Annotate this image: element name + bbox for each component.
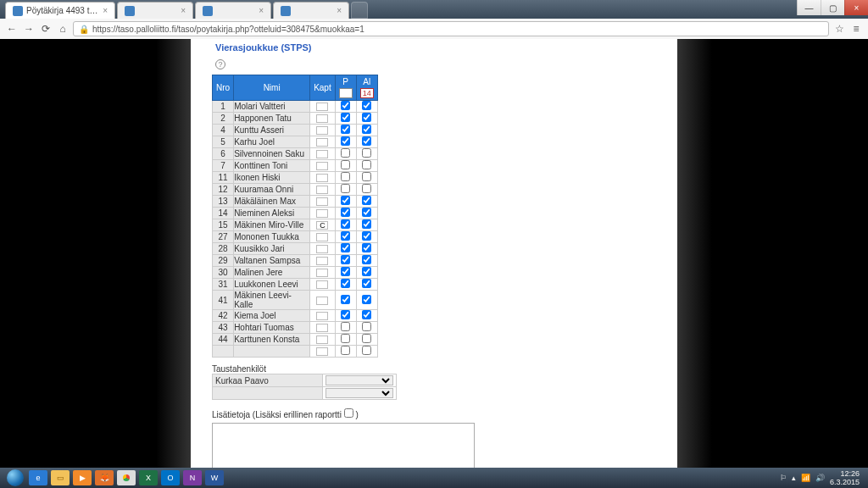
kapt-input[interactable] (316, 324, 328, 332)
taskbar-onenote-icon[interactable]: N (183, 470, 202, 485)
player-num[interactable]: 42 (213, 310, 234, 322)
al-checkbox[interactable] (362, 113, 371, 122)
player-num[interactable]: 31 (213, 279, 234, 291)
tab-inactive[interactable]: × (195, 2, 271, 19)
p-checkbox[interactable] (341, 334, 350, 343)
staff-role-select[interactable] (326, 388, 393, 398)
player-name[interactable]: Mäkinen Leevi-Kalle (234, 291, 310, 310)
kapt-input[interactable] (316, 257, 328, 265)
tray-arrow-icon[interactable]: ▴ (792, 474, 796, 482)
p-checkbox[interactable] (341, 196, 350, 205)
reload-icon[interactable]: ⟳ (39, 22, 53, 36)
al-checkbox[interactable] (362, 208, 371, 217)
p-checkbox[interactable] (341, 243, 350, 252)
al-checkbox[interactable] (362, 255, 371, 264)
kapt-input[interactable] (316, 269, 328, 277)
back-icon[interactable]: ← (5, 22, 19, 36)
kapt-input[interactable] (316, 209, 328, 218)
player-name[interactable]: Hohtari Tuomas (234, 322, 310, 334)
al-checkbox[interactable] (362, 219, 371, 229)
al-checkbox[interactable] (362, 267, 371, 276)
p-checkbox[interactable] (341, 160, 350, 169)
player-name[interactable]: Kiema Joel (234, 310, 310, 322)
kapt-input[interactable] (316, 197, 328, 206)
clock[interactable]: 12:26 6.3.2015 (830, 469, 860, 486)
al-checkbox[interactable] (362, 279, 371, 288)
p-checkbox[interactable] (341, 310, 350, 319)
p-checkbox[interactable] (341, 136, 350, 146)
close-tab-icon[interactable]: × (259, 6, 264, 15)
kapt-input[interactable] (316, 126, 328, 135)
player-name[interactable]: Valtanen Sampsa (234, 255, 310, 267)
p-checkbox[interactable] (341, 184, 350, 193)
kapt-input[interactable] (316, 174, 328, 182)
taskbar-chrome-icon[interactable] (117, 470, 136, 485)
bookmark-icon[interactable]: ☆ (832, 22, 846, 36)
player-num[interactable]: 44 (213, 334, 234, 346)
extra-report-checkbox[interactable] (344, 408, 353, 418)
al-checkbox[interactable] (362, 231, 371, 241)
al-checkbox[interactable] (362, 346, 371, 355)
p-checkbox[interactable] (341, 346, 350, 355)
tab-active[interactable]: Pöytäkirja 4493 testisarja k × (5, 2, 115, 19)
close-tab-icon[interactable]: × (337, 6, 342, 15)
staff-name[interactable]: Kurkaa Paavo (213, 374, 323, 387)
player-num[interactable]: 4 (213, 125, 234, 136)
p-checkbox[interactable] (341, 125, 350, 134)
player-name[interactable]: Kuusikko Jari (234, 243, 310, 255)
kapt-input[interactable] (316, 297, 328, 305)
p-checkbox[interactable] (341, 113, 350, 122)
kapt-input[interactable] (316, 103, 328, 111)
p-checkbox[interactable] (341, 231, 350, 241)
p-checkbox[interactable] (341, 295, 350, 304)
p-checkbox[interactable] (341, 101, 350, 110)
home-icon[interactable]: ⌂ (56, 22, 70, 36)
p-checkbox[interactable] (341, 322, 350, 331)
al-checkbox[interactable] (362, 295, 371, 304)
kapt-input[interactable] (316, 245, 328, 253)
kapt-input[interactable] (316, 221, 328, 230)
player-name[interactable]: Mäkinen Miro-Ville (234, 219, 310, 231)
player-num[interactable]: 41 (213, 291, 234, 310)
taskbar-word-icon[interactable]: W (205, 470, 224, 485)
kapt-input[interactable] (316, 233, 328, 241)
system-tray[interactable]: ⚐ ▴ 📶 🔊 12:26 6.3.2015 (780, 469, 865, 486)
al-checkbox[interactable] (362, 334, 371, 343)
close-tab-icon[interactable]: × (181, 6, 186, 15)
player-name[interactable]: Luukkonen Leevi (234, 279, 310, 291)
player-num[interactable]: 14 (213, 208, 234, 219)
kapt-input[interactable] (316, 186, 328, 194)
taskbar-outlook-icon[interactable]: O (161, 470, 180, 485)
p-checkbox[interactable] (341, 255, 350, 264)
player-name[interactable]: Malinen Jere (234, 267, 310, 279)
p-checkbox[interactable] (341, 148, 350, 158)
player-name[interactable]: Nieminen Aleksi (234, 208, 310, 219)
al-checkbox[interactable] (362, 148, 371, 158)
al-checkbox[interactable] (362, 172, 371, 181)
p-checkbox[interactable] (341, 267, 350, 276)
start-button[interactable] (3, 468, 27, 488)
al-checkbox[interactable] (362, 322, 371, 331)
menu-icon[interactable]: ≡ (849, 22, 863, 36)
player-num[interactable]: 7 (213, 160, 234, 172)
taskbar-excel-icon[interactable]: X (139, 470, 158, 485)
p-checkbox[interactable] (341, 219, 350, 229)
player-name[interactable]: Konttinen Toni (234, 160, 310, 172)
help-icon[interactable]: ? (215, 59, 225, 69)
al-checkbox[interactable] (362, 310, 371, 319)
taskbar-explorer-icon[interactable]: ▭ (51, 470, 70, 485)
player-num[interactable]: 12 (213, 184, 234, 196)
player-name[interactable]: Kunttu Asseri (234, 125, 310, 136)
player-name[interactable]: Mäkäläinen Max (234, 196, 310, 208)
player-num[interactable] (213, 346, 234, 358)
tray-network-icon[interactable]: 📶 (801, 474, 810, 482)
kapt-input[interactable] (316, 312, 328, 320)
taskbar-ie-icon[interactable]: e (29, 470, 47, 485)
player-name[interactable]: Karttunen Konsta (234, 334, 310, 346)
window-maximize-button[interactable]: ▢ (821, 0, 844, 15)
player-num[interactable]: 43 (213, 322, 234, 334)
tray-flag-icon[interactable]: ⚐ (780, 474, 787, 482)
window-close-button[interactable]: × (844, 0, 868, 15)
staff-role-select[interactable] (326, 375, 393, 385)
url-bar[interactable]: 🔒 https://taso.palloliitto.fi/taso/poyta… (73, 21, 829, 36)
